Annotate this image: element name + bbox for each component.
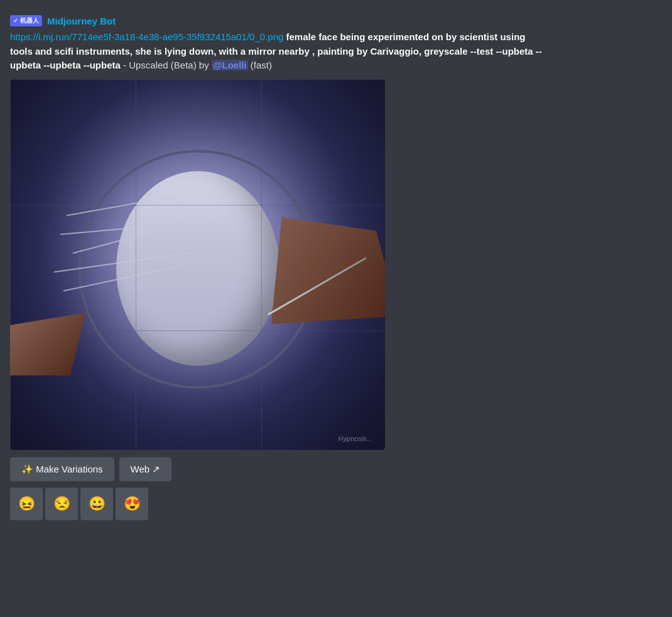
emoji-reaction-row: 😖 😒 😀 😍 bbox=[10, 488, 575, 520]
message-container: 机器人 Midjourney Bot https://i.mj.run/7714… bbox=[10, 10, 575, 525]
message-content: https://i.mj.run/7714ee5f-3a18-4e38-ae95… bbox=[10, 30, 550, 73]
emoji-reaction-1[interactable]: 😖 bbox=[10, 488, 43, 520]
make-variations-button[interactable]: ✨ Make Variations bbox=[10, 457, 114, 481]
watermark: Hypnosis... bbox=[339, 435, 372, 442]
speed-text: (fast) bbox=[251, 60, 272, 70]
image-container: Hypnosis... bbox=[10, 79, 575, 450]
bot-name: Midjourney Bot bbox=[47, 16, 116, 26]
web-label: Web ↗ bbox=[131, 464, 161, 475]
action-buttons-row: ✨ Make Variations Web ↗ bbox=[10, 457, 575, 481]
emoji-reaction-3[interactable]: 😀 bbox=[80, 488, 113, 520]
image-link[interactable]: https://i.mj.run/7714ee5f-3a18-4e38-ae95… bbox=[10, 31, 283, 42]
ai-generated-image[interactable]: Hypnosis... bbox=[10, 79, 385, 450]
message-header: 机器人 Midjourney Bot bbox=[10, 15, 575, 26]
user-mention[interactable]: @Loelli bbox=[212, 60, 248, 70]
emoji-reaction-4[interactable]: 😍 bbox=[116, 488, 148, 520]
web-button[interactable]: Web ↗ bbox=[119, 457, 172, 481]
bot-badge: 机器人 bbox=[10, 15, 42, 26]
emoji-reaction-2[interactable]: 😒 bbox=[45, 488, 78, 520]
